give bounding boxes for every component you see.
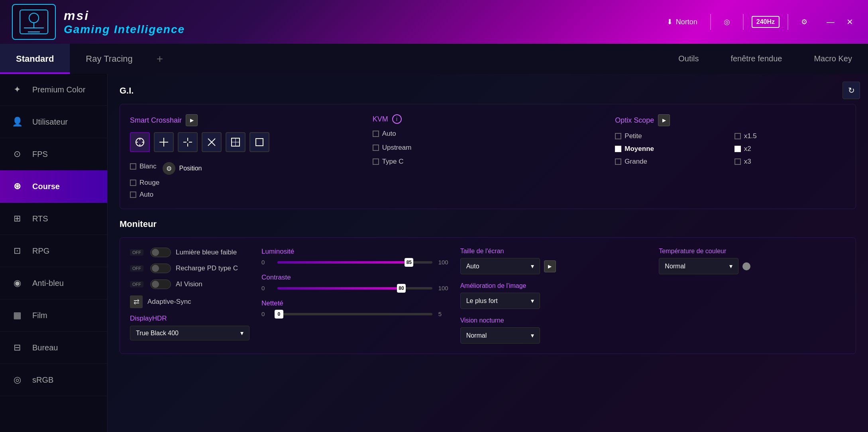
content-area: ↻ G.I. Smart Crosshair ▶ [108, 74, 868, 432]
chevron-down-icon: ▾ [240, 329, 244, 337]
sidebar-label-anti: Anti-bleu [32, 279, 64, 288]
kvm-typec[interactable]: Type C [373, 158, 603, 166]
toggle-recharge-switch[interactable] [150, 264, 171, 273]
sidebar-item-bureau[interactable]: ⊟ Bureau [0, 332, 107, 364]
toggle-off-label-2: OFF [130, 265, 143, 272]
tab-standard[interactable]: Standard [0, 44, 70, 74]
temp-row: Normal ▾ [659, 258, 846, 274]
nettete-control: Netteté 0 0 5 [261, 299, 448, 317]
optix-play[interactable]: ▶ [658, 114, 670, 126]
crosshair-btn-2[interactable] [154, 132, 174, 152]
gaming-label: Gaming Intelligence [64, 23, 185, 36]
norton-button[interactable]: ⬇ Norton [662, 15, 702, 29]
taille-row: Auto ▾ ▶ [460, 258, 647, 274]
tab-add-button[interactable]: + [149, 53, 171, 65]
smart-crosshair-title: Smart Crosshair ▶ [130, 114, 361, 126]
refresh-button[interactable]: ↻ [842, 82, 860, 99]
tab-outils[interactable]: Outils [662, 44, 715, 74]
tab-ray-tracing[interactable]: Ray Tracing [70, 44, 148, 74]
temp-label: Température de couleur [659, 248, 846, 255]
luminosite-min: 0 [261, 259, 271, 266]
optix-x2[interactable]: x2 [734, 145, 846, 153]
sidebar-item-fps[interactable]: ⊙ FPS [0, 138, 107, 170]
sidebar-label-course: Course [32, 182, 60, 191]
sidebar-item-rts[interactable]: ⊞ RTS [0, 203, 107, 235]
kvm-info-icon[interactable]: i [392, 114, 402, 124]
luminosite-max: 100 [438, 259, 448, 266]
kvm-auto[interactable]: Auto [373, 130, 603, 138]
crosshair-btn-4[interactable] [202, 132, 222, 152]
toggle-ai-switch[interactable] [150, 280, 171, 289]
crosshair-btn-3[interactable] [178, 132, 198, 152]
optix-x3[interactable]: x3 [734, 158, 846, 166]
kvm-col: KVM i Auto Upstream [373, 114, 603, 199]
sidebar-label-rpg: RPG [32, 246, 49, 256]
optix-grande[interactable]: Grande [615, 158, 726, 166]
header: msi Gaming Intelligence ⬇ Norton ◎ 240Hz… [0, 0, 868, 44]
radio-x2 [734, 146, 741, 152]
taille-label: Taille de l'écran [460, 248, 647, 255]
contraste-min: 0 [261, 285, 271, 291]
vision-control: Vision nocturne Normal ▾ [460, 317, 647, 344]
contraste-track[interactable]: 80 [277, 287, 432, 289]
temp-color-indicator[interactable] [742, 262, 750, 270]
settings-button[interactable]: ⚙ [796, 15, 812, 29]
displayhdr-dropdown[interactable]: True Black 400 ▾ [130, 326, 249, 340]
sidebar-item-film[interactable]: ▦ Film [0, 299, 107, 332]
sidebar-item-course[interactable]: ⊛ Course [0, 170, 107, 203]
luminosite-track[interactable]: 85 [277, 261, 432, 264]
radio-blanc [130, 163, 136, 170]
tab-fenetre[interactable]: fenêtre fendue [715, 44, 798, 74]
tab-right-group: Outils fenêtre fendue Macro Key [662, 44, 868, 74]
optix-petite[interactable]: Petite [615, 132, 726, 140]
user-icon: 👤 [10, 115, 24, 129]
gi-grid: Smart Crosshair ▶ [130, 114, 846, 199]
temp-dropdown[interactable]: Normal ▾ [659, 258, 738, 274]
color-blanc[interactable]: Blanc [130, 162, 157, 170]
smart-crosshair-play[interactable]: ▶ [186, 114, 198, 126]
vision-dropdown[interactable]: Normal ▾ [460, 327, 540, 344]
right-controls-2: Température de couleur Normal ▾ [659, 248, 846, 344]
position-settings-icon[interactable]: ⚙ [163, 162, 175, 175]
toggle-ai: OFF AI Vision [130, 280, 249, 289]
amelioration-dropdown[interactable]: Le plus fort ▾ [460, 293, 540, 309]
close-button[interactable]: ✕ [843, 16, 856, 28]
luminosite-thumb[interactable]: 85 [405, 258, 413, 267]
taille-dropdown[interactable]: Auto ▾ [460, 258, 540, 274]
nettete-thumb[interactable]: 0 [275, 310, 283, 319]
optix-x15[interactable]: x1.5 [734, 132, 846, 140]
crosshair-btn-1[interactable] [130, 132, 150, 152]
taille-play[interactable]: ▶ [544, 260, 556, 272]
tab-macro[interactable]: Macro Key [798, 44, 868, 74]
luminosite-control: Luminosité 0 85 100 [261, 248, 448, 266]
svg-rect-21 [256, 139, 263, 146]
optix-moyenne[interactable]: Moyenne [615, 145, 726, 153]
crosshair-btn-5[interactable] [226, 132, 245, 152]
sidebar-item-rpg[interactable]: ⊡ RPG [0, 235, 107, 267]
sidebar-item-anti-bleu[interactable]: ◉ Anti-bleu [0, 267, 107, 299]
rpg-icon: ⊡ [10, 244, 24, 258]
sidebar-item-srgb[interactable]: ◎ sRGB [0, 364, 107, 396]
contraste-thumb[interactable]: 80 [397, 284, 406, 293]
sidebar-item-utilisateur[interactable]: 👤 Utilisateur [0, 106, 107, 138]
nettete-track[interactable]: 0 [277, 313, 432, 315]
anti-bleu-icon: ◉ [10, 276, 24, 290]
crosshair-btn-6[interactable] [249, 132, 269, 152]
minimize-button[interactable]: — [824, 16, 837, 28]
sidebar-label-srgb: sRGB [32, 375, 53, 385]
circle-button[interactable]: ◎ [719, 15, 735, 29]
color-auto[interactable]: Auto [130, 191, 153, 199]
toggle-off-label-1: OFF [130, 249, 143, 256]
monitor-toggles: OFF Lumière bleue faible OFF Recharge PD… [130, 248, 249, 344]
sidebar-item-premium-color[interactable]: ✦ Premium Color [0, 74, 107, 106]
taille-control: Taille de l'écran Auto ▾ ▶ [460, 248, 647, 274]
amelioration-control: Amélioration de l'image Le plus fort ▾ [460, 282, 647, 309]
toggle-lumiere-switch[interactable] [150, 248, 171, 257]
color-rouge[interactable]: Rouge [130, 179, 159, 187]
chevron-down-icon-4: ▾ [531, 332, 534, 339]
hz-badge: 240Hz [752, 16, 780, 28]
chevron-down-icon-5: ▾ [729, 262, 732, 270]
kvm-upstream[interactable]: Upstream [373, 144, 603, 152]
divider-1 [710, 14, 711, 30]
optix-col: Optix Scope ▶ Petite x1.5 [615, 114, 846, 199]
